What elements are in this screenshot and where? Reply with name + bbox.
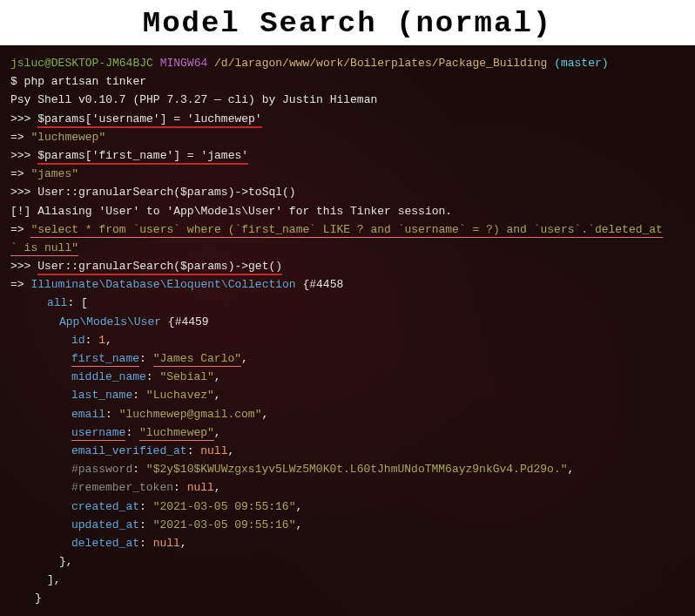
field-first-name: first_name: "James Carlo", <box>10 349 685 368</box>
close-array: ], <box>10 571 685 589</box>
field-created-at: created_at: "2021-03-05 09:55:16", <box>10 498 685 516</box>
field-middle-name: middle_name: "Sebial", <box>10 368 685 386</box>
field-username: username: "luchmewep", <box>10 423 685 442</box>
output-firstname: => "james" <box>10 165 685 183</box>
field-email-verified: email_verified_at: null, <box>10 442 685 460</box>
page-title: Model Search (normal) <box>0 0 695 45</box>
field-deleted-at: deleted_at: null, <box>10 534 685 552</box>
sql-output-2: ` is null" <box>10 239 685 257</box>
cmd-tinker: $ php artisan tinker <box>10 72 685 91</box>
all-open: all: [ <box>10 294 685 312</box>
shell-prompt: jsluc@DESKTOP-JM64BJC MINGW64 /d/laragon… <box>10 54 685 72</box>
field-last-name: last_name: "Luchavez", <box>10 386 685 404</box>
field-remember-token: #remember_token: null, <box>10 478 685 497</box>
input-firstname: >>> $params['first_name'] = 'james' <box>10 146 685 165</box>
input-get: >>> User::granularSearch($params)->get() <box>10 257 685 275</box>
output-username: => "luchmewep" <box>10 128 685 146</box>
field-id: id: 1, <box>10 331 685 349</box>
field-email: email: "luchmewep@gmail.com", <box>10 405 685 423</box>
collection-line: => Illuminate\Database\Eloquent\Collecti… <box>10 275 685 294</box>
close-collection: } <box>10 589 685 607</box>
input-tosql: >>> User::granularSearch($params)->toSql… <box>10 183 685 201</box>
sql-output-1: => "select * from `users` where (`first_… <box>10 220 685 239</box>
close-model: }, <box>10 552 685 571</box>
model-line: App\Models\User {#4459 <box>10 313 685 331</box>
psy-shell-banner: Psy Shell v0.10.7 (PHP 7.3.27 — cli) by … <box>10 91 685 109</box>
field-password: #password: "$2y$10$KWUWzgxs1yv5LWz5M0K0t… <box>10 460 685 478</box>
field-updated-at: updated_at: "2021-03-05 09:55:16", <box>10 516 685 534</box>
input-username: >>> $params['username'] = 'luchmewep' <box>10 110 685 128</box>
terminal-output: jsluc@DESKTOP-JM64BJC MINGW64 /d/laragon… <box>0 45 695 616</box>
alias-notice: [!] Aliasing 'User' to 'App\Models\User'… <box>10 202 685 220</box>
